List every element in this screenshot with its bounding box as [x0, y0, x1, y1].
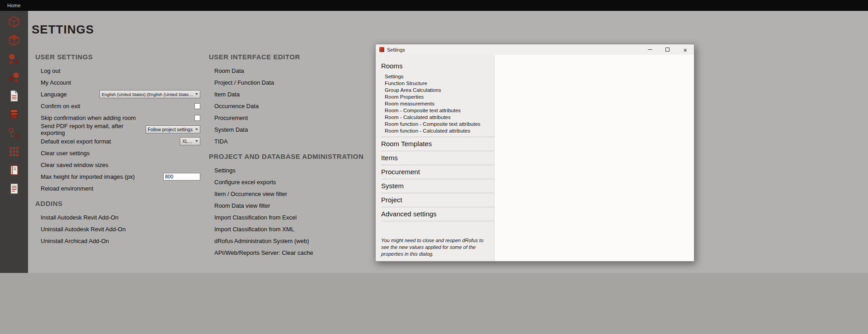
- excel-format-select[interactable]: XLSX: [180, 137, 200, 145]
- row-item-occurrence-view-filter: Item / Occurrence view filter: [209, 188, 403, 200]
- import-classification-xml-link[interactable]: Import Classification from XML: [214, 226, 294, 233]
- nav-item-room-properties[interactable]: Room Properties: [381, 93, 487, 100]
- admin-settings-link[interactable]: Settings: [214, 167, 236, 174]
- accordion-room-templates[interactable]: Room Templates: [381, 137, 487, 151]
- chevron-down-icon: [195, 140, 198, 142]
- item-occurrence-view-filter-link[interactable]: Item / Occurrence view filter: [214, 191, 287, 197]
- page-title: SETTINGS: [32, 23, 868, 37]
- section-items: Items: [381, 151, 494, 165]
- user-settings-header: USER SETTINGS: [35, 53, 200, 61]
- row-send-pdf: Send PDF report by email, after exportin…: [35, 124, 200, 135]
- accordion-project[interactable]: Project: [381, 193, 487, 207]
- top-bar: Home: [0, 0, 868, 11]
- configure-excel-exports-link[interactable]: Configure excel exports: [214, 179, 276, 186]
- accordion-items[interactable]: Items: [381, 151, 487, 165]
- section-room-templates: Room Templates: [381, 137, 494, 151]
- close-button[interactable]: [676, 44, 694, 55]
- confirm-on-exit-checkbox[interactable]: [194, 103, 200, 109]
- book-icon[interactable]: [6, 163, 22, 177]
- room-data-link[interactable]: Room Data: [214, 67, 244, 74]
- nav-item-room-function-composite-text-attributes[interactable]: Room function - Composite text attribute…: [381, 120, 487, 127]
- system-data-link[interactable]: System Data: [214, 126, 248, 133]
- report-icon[interactable]: [6, 182, 22, 196]
- item-data-link[interactable]: Item Data: [214, 91, 240, 98]
- reload-environment-link[interactable]: Reload environment: [41, 185, 93, 192]
- sidebar: [0, 11, 28, 273]
- occurrence-data-link[interactable]: Occurrence Data: [214, 103, 259, 110]
- row-item-data: Item Data: [209, 88, 403, 100]
- accordion-rooms[interactable]: Rooms: [381, 59, 487, 73]
- row-install-revit: Install Autodesk Revit Add-On: [35, 211, 200, 223]
- home-tab[interactable]: Home: [7, 3, 20, 8]
- row-tida: TIDA: [209, 135, 403, 147]
- import-classification-excel-link[interactable]: Import Classification from Excel: [214, 214, 297, 221]
- accordion-advanced-settings[interactable]: Advanced settings: [381, 207, 487, 221]
- api-clear-cache-link[interactable]: API/Web/Reports Server: Clear cache: [214, 249, 313, 256]
- dialog-title-bar[interactable]: Settings: [376, 44, 694, 55]
- row-room-data-view-filter: Room Data view filter: [209, 200, 403, 211]
- row-project-function-data: Project / Function Data: [209, 76, 403, 88]
- send-pdf-select[interactable]: Follow project settings: [146, 125, 200, 134]
- chevron-down-icon: [195, 93, 198, 95]
- log-out-link[interactable]: Log out: [41, 67, 60, 74]
- clear-window-sizes-link[interactable]: Clear saved window sizes: [41, 162, 108, 168]
- nav-item-room-measurements[interactable]: Room measurements: [381, 100, 487, 107]
- row-occurrence-data: Occurrence Data: [209, 100, 403, 112]
- coins-stack-icon[interactable]: [6, 108, 22, 121]
- section-project: Project: [381, 193, 494, 207]
- shapes-icon[interactable]: [6, 52, 22, 66]
- shapes-alt-icon[interactable]: [6, 71, 22, 84]
- language-select[interactable]: English (United States) (English (United…: [99, 90, 200, 98]
- row-language: Language English (United States) (Englis…: [35, 88, 200, 100]
- nav-item-room-function-calculated-attributes[interactable]: Room function - Calculated attributes: [381, 127, 487, 134]
- row-admin-settings: Settings: [209, 164, 403, 176]
- dialog-title: Settings: [387, 47, 405, 52]
- nav-item-room-composite-text-attributes[interactable]: Room - Composite text attributes: [381, 107, 487, 114]
- clear-user-settings-link[interactable]: Clear user settings: [41, 150, 90, 157]
- row-clear-cache: API/Web/Reports Server: Clear cache: [209, 247, 403, 258]
- box-3d-icon[interactable]: [6, 15, 22, 29]
- row-configure-excel-exports: Configure excel exports: [209, 176, 403, 188]
- row-uninstall-archicad: Uninstall Archicad Add-On: [35, 235, 200, 247]
- project-admin-header: PROJECT AND DATABASE ADMINISTRATION: [209, 153, 403, 160]
- install-revit-addon-link[interactable]: Install Autodesk Revit Add-On: [41, 214, 118, 221]
- nav-item-rooms-settings[interactable]: Settings: [381, 73, 487, 80]
- row-log-out: Log out: [35, 65, 200, 76]
- project-function-data-link[interactable]: Project / Function Data: [214, 79, 274, 86]
- nav-item-group-area-calculations[interactable]: Group Area Calculations: [381, 86, 487, 93]
- max-image-height-label: Max height for imported images (px): [41, 173, 135, 180]
- uninstall-archicad-addon-link[interactable]: Uninstall Archicad Add-On: [41, 238, 109, 244]
- row-my-account: My Account: [35, 76, 200, 88]
- section-procurement: Procurement: [381, 165, 494, 179]
- row-excel-format: Default excel export format XLSX: [35, 135, 200, 147]
- building-grid-icon[interactable]: [6, 145, 22, 158]
- workflow-icon[interactable]: [6, 126, 22, 140]
- row-drofus-admin-system: dRofus Administration System (web): [209, 235, 403, 247]
- skip-confirmation-checkbox[interactable]: [194, 115, 200, 121]
- close-icon: [683, 46, 687, 54]
- skip-confirmation-label: Skip confirmation when adding room: [41, 115, 136, 121]
- maximize-icon: [665, 48, 670, 52]
- minimize-button[interactable]: [641, 44, 659, 55]
- room-data-view-filter-link[interactable]: Room Data view filter: [214, 202, 270, 209]
- procurement-link[interactable]: Procurement: [214, 115, 248, 121]
- chevron-down-icon: [195, 129, 198, 130]
- my-account-link[interactable]: My Account: [41, 79, 71, 86]
- document-icon[interactable]: [6, 89, 22, 103]
- row-skip-confirmation: Skip confirmation when adding room: [35, 112, 200, 124]
- nav-item-function-structure[interactable]: Function Structure: [381, 80, 487, 86]
- accordion-procurement[interactable]: Procurement: [381, 165, 487, 179]
- settings-dialog: Settings Rooms Settings Function Structu…: [375, 44, 694, 262]
- box-3d-alt-icon[interactable]: [6, 33, 22, 47]
- dialog-content-pane: [495, 55, 694, 261]
- row-procurement: Procurement: [209, 112, 403, 124]
- dialog-nav: Rooms Settings Function Structure Group …: [376, 55, 495, 261]
- accordion-system[interactable]: System: [381, 179, 487, 193]
- drofus-admin-system-link[interactable]: dRofus Administration System (web): [214, 238, 309, 244]
- max-image-height-input[interactable]: [163, 173, 200, 181]
- uninstall-revit-addon-link[interactable]: Uninstall Autodesk Revit Add-On: [41, 226, 126, 233]
- maximize-button[interactable]: [659, 44, 676, 55]
- tida-link[interactable]: TIDA: [214, 138, 228, 145]
- row-import-classification-xml: Import Classification from XML: [209, 223, 403, 235]
- nav-item-room-calculated-attributes[interactable]: Room - Calculated attributes: [381, 114, 487, 120]
